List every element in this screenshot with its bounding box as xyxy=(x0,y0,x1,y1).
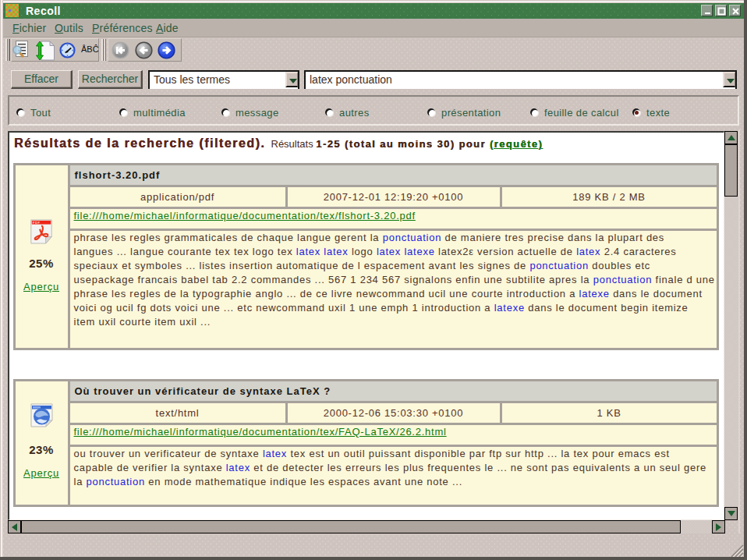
svg-text:PDF: PDF xyxy=(33,221,41,225)
